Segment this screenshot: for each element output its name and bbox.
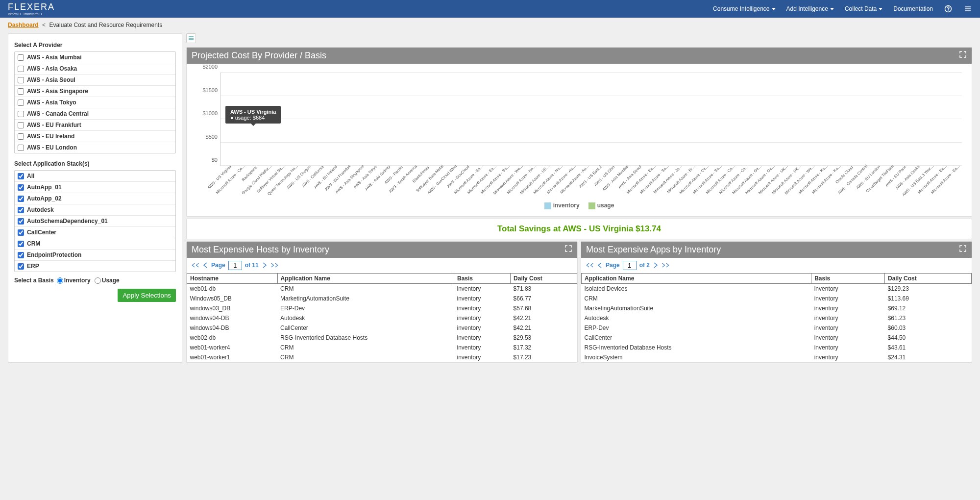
expand-icon[interactable] bbox=[959, 245, 967, 255]
stack-item[interactable]: AutoApp_02 bbox=[15, 193, 175, 204]
stack-checkbox[interactable] bbox=[18, 218, 24, 225]
breadcrumb-root[interactable]: Dashboard bbox=[8, 22, 39, 28]
expand-icon[interactable] bbox=[959, 50, 967, 61]
table-row[interactable]: windows04-DBAutodeskinventory$42.21 bbox=[187, 313, 577, 323]
svg-point-1 bbox=[948, 10, 948, 11]
stack-checkbox[interactable] bbox=[18, 173, 24, 179]
table-row[interactable]: ERP-Devinventory$60.03 bbox=[582, 323, 972, 333]
cell: inventory bbox=[454, 303, 511, 313]
cell: inventory bbox=[454, 343, 511, 352]
apply-selections-button[interactable]: Apply Selections bbox=[118, 289, 176, 302]
provider-item[interactable]: AWS - Asia Singapore bbox=[15, 86, 175, 97]
apps-panel: Most Expensive Apps by Inventory Page of… bbox=[581, 241, 972, 363]
last-page-icon[interactable] bbox=[662, 262, 670, 269]
provider-checkbox[interactable] bbox=[18, 122, 24, 128]
cell: RSG-Inventoried Database Hosts bbox=[277, 333, 454, 343]
stack-checkbox[interactable] bbox=[18, 184, 24, 191]
provider-item[interactable]: AWS - EU Ireland bbox=[15, 131, 175, 142]
basis-inventory-radio[interactable] bbox=[57, 277, 63, 284]
table-row[interactable]: RSG-Inventoried Database Hostsinventory$… bbox=[582, 343, 972, 352]
table-row[interactable]: web01-dbCRMinventory$71.83 bbox=[187, 283, 577, 294]
table-row[interactable]: windows04-DBCallCenterinventory$42.21 bbox=[187, 323, 577, 333]
cell: inventory bbox=[811, 333, 885, 343]
provider-item[interactable]: AWS - EU London bbox=[15, 142, 175, 153]
nav-consume[interactable]: Consume Intelligence bbox=[713, 5, 775, 12]
toggle-sidebar-button[interactable] bbox=[186, 33, 196, 43]
apps-table: Application NameBasisDaily CostIsolated … bbox=[581, 273, 972, 362]
table-row[interactable]: web01-worker1CRMinventory$17.23 bbox=[187, 352, 577, 362]
first-page-icon[interactable] bbox=[585, 262, 594, 269]
table-row[interactable]: Autodeskinventory$61.23 bbox=[582, 313, 972, 323]
apps-title: Most Expensive Apps by Inventory bbox=[586, 245, 721, 255]
chart-panel: Projected Cost By Provider / Basis AWS -… bbox=[186, 47, 972, 217]
cell: inventory bbox=[454, 283, 511, 294]
provider-checkbox[interactable] bbox=[18, 145, 24, 151]
table-row[interactable]: CallCenterinventory$44.50 bbox=[582, 333, 972, 343]
stack-item[interactable]: Autodesk bbox=[15, 204, 175, 216]
provider-checkbox[interactable] bbox=[18, 88, 24, 95]
basis-usage-label: Usage bbox=[102, 277, 120, 284]
stack-checkbox[interactable] bbox=[18, 196, 24, 202]
table-row[interactable]: web02-dbRSG-Inventoried Database Hostsin… bbox=[187, 333, 577, 343]
table-row[interactable]: MarketingAutomationSuiteinventory$69.12 bbox=[582, 303, 972, 313]
stack-item[interactable]: All bbox=[15, 171, 175, 182]
provider-item[interactable]: AWS - Asia Tokyo bbox=[15, 97, 175, 108]
provider-item[interactable]: AWS - Asia Osaka bbox=[15, 63, 175, 75]
provider-item[interactable]: AWS - Asia Seoul bbox=[15, 75, 175, 86]
col-header[interactable]: Application Name bbox=[582, 273, 811, 283]
cell: $129.23 bbox=[885, 283, 972, 294]
col-header[interactable]: Basis bbox=[811, 273, 885, 283]
table-row[interactable]: windows03_DBERP-Devinventory$57.68 bbox=[187, 303, 577, 313]
col-header[interactable]: Application Name bbox=[277, 273, 454, 283]
menu-icon[interactable] bbox=[963, 4, 972, 13]
col-header[interactable]: Daily Cost bbox=[511, 273, 577, 283]
col-header[interactable]: Daily Cost bbox=[885, 273, 972, 283]
stack-item[interactable]: CRM bbox=[15, 238, 175, 250]
stack-checkbox[interactable] bbox=[18, 263, 24, 270]
page-input[interactable] bbox=[623, 261, 637, 270]
basis-inventory-label: Inventory bbox=[64, 277, 91, 284]
provider-checkbox[interactable] bbox=[18, 54, 24, 61]
table-row[interactable]: Isolated Devicesinventory$129.23 bbox=[582, 283, 972, 294]
stack-item[interactable]: AutoApp_01 bbox=[15, 182, 175, 193]
table-row[interactable]: Windows05_DBMarketingAutomationSuiteinve… bbox=[187, 294, 577, 303]
page-input[interactable] bbox=[228, 261, 242, 270]
provider-checkbox[interactable] bbox=[18, 133, 24, 140]
provider-checkbox[interactable] bbox=[18, 77, 24, 83]
stack-checkbox[interactable] bbox=[18, 241, 24, 247]
provider-item[interactable]: AWS - Asia Mumbai bbox=[15, 52, 175, 63]
nav-add[interactable]: Add Intelligence bbox=[786, 5, 834, 12]
basis-usage-radio[interactable] bbox=[95, 277, 101, 284]
cell: inventory bbox=[454, 323, 511, 333]
nav-documentation[interactable]: Documentation bbox=[893, 5, 933, 12]
stack-item[interactable]: CallCenter bbox=[15, 227, 175, 238]
prev-page-icon[interactable] bbox=[597, 262, 603, 269]
stack-label: AutoApp_02 bbox=[27, 195, 62, 202]
provider-item[interactable]: AWS - EU Frankfurt bbox=[15, 120, 175, 131]
help-icon[interactable] bbox=[944, 4, 953, 13]
next-page-icon[interactable] bbox=[262, 262, 268, 269]
cell: CRM bbox=[582, 294, 811, 303]
stack-checkbox[interactable] bbox=[18, 229, 24, 236]
stack-checkbox[interactable] bbox=[18, 252, 24, 258]
cell: CallCenter bbox=[277, 323, 454, 333]
table-row[interactable]: web01-worker4CRMinventory$17.32 bbox=[187, 343, 577, 352]
table-row[interactable]: InvoiceSysteminventory$24.31 bbox=[582, 352, 972, 362]
provider-checkbox[interactable] bbox=[18, 100, 24, 106]
stack-item[interactable]: ERP bbox=[15, 261, 175, 272]
next-page-icon[interactable] bbox=[653, 262, 659, 269]
stack-checkbox[interactable] bbox=[18, 207, 24, 213]
col-header[interactable]: Hostname bbox=[187, 273, 278, 283]
nav-collect[interactable]: Collect Data bbox=[845, 5, 882, 12]
stack-item[interactable]: AutoSchemaDependency_01 bbox=[15, 216, 175, 227]
first-page-icon[interactable] bbox=[191, 262, 199, 269]
col-header[interactable]: Basis bbox=[454, 273, 511, 283]
prev-page-icon[interactable] bbox=[202, 262, 208, 269]
last-page-icon[interactable] bbox=[270, 262, 279, 269]
table-row[interactable]: CRMinventory$113.69 bbox=[582, 294, 972, 303]
expand-icon[interactable] bbox=[564, 245, 572, 255]
stack-item[interactable]: EndpointProtection bbox=[15, 250, 175, 261]
provider-checkbox[interactable] bbox=[18, 66, 24, 72]
provider-checkbox[interactable] bbox=[18, 111, 24, 117]
provider-item[interactable]: AWS - Canada Central bbox=[15, 108, 175, 120]
